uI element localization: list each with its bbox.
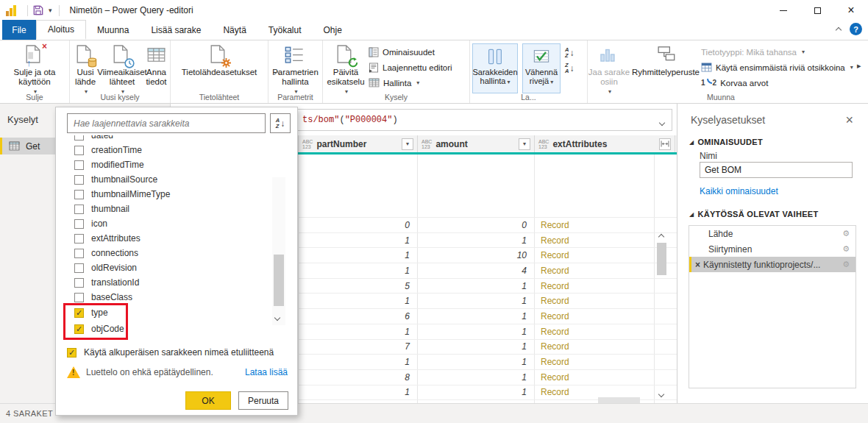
expand-column-option-modifiedtime[interactable]: modifiedTime (74, 157, 271, 172)
tab-muunna[interactable]: Muunna (86, 20, 140, 40)
table-cell[interactable]: Record (535, 263, 655, 278)
table-cell[interactable]: 1 (418, 340, 535, 355)
table-cell[interactable]: 1 (418, 385, 535, 400)
gear-icon[interactable] (842, 229, 850, 238)
refresh-preview-button[interactable]: Päivitä esikatselu (323, 43, 369, 96)
table-cell[interactable]: 5 (299, 279, 418, 294)
table-cell[interactable]: 10 (418, 248, 535, 263)
checkbox[interactable] (74, 263, 84, 273)
expand-column-option-thumbnailmimetype[interactable]: thumbnailMimeType (74, 187, 271, 202)
sort-za-icon[interactable]: ZA↓ (565, 63, 574, 74)
expand-column-option-translationid[interactable]: translationId (74, 275, 271, 290)
sort-az-icon[interactable]: AZ↓ (565, 47, 574, 58)
table-cell[interactable]: Record (535, 355, 655, 369)
filter-dropdown-icon[interactable] (402, 138, 413, 150)
checkbox[interactable] (74, 249, 84, 258)
column-header-amount[interactable]: ABC123 amount (418, 135, 535, 152)
title-dropdown-icon[interactable] (49, 7, 52, 14)
prefix-option-row[interactable]: Käytä alkuperäisen sarakkeen nimeä etuli… (67, 347, 274, 358)
table-cell[interactable]: 4 (418, 263, 535, 278)
expand-column-option-objcode[interactable]: objCode (74, 321, 271, 337)
expand-column-option-icon[interactable]: icon (74, 216, 271, 231)
popup-scrollbar[interactable] (272, 177, 285, 325)
expand-column-option-extattributes[interactable]: extAttributes (74, 231, 271, 246)
data-source-settings-button[interactable]: Tietolähdeasetukset (172, 43, 266, 77)
expand-column-option-thumbnail[interactable]: thumbnail (74, 202, 271, 216)
checkbox[interactable] (74, 205, 84, 214)
table-cell[interactable]: 1 (299, 324, 418, 339)
table-cell[interactable]: Record (535, 294, 655, 308)
checkbox[interactable] (74, 308, 84, 318)
ok-button[interactable]: OK (185, 391, 231, 410)
checkbox[interactable] (74, 278, 84, 288)
group-by-button[interactable]: Ryhmittelyperuste (630, 43, 701, 77)
checkbox[interactable] (74, 219, 84, 229)
collapse-section-icon[interactable] (689, 211, 694, 218)
close-and-apply-button[interactable]: Sulje ja ota käyttöön (3, 43, 66, 96)
scrollbar-thumb[interactable] (274, 255, 284, 306)
checkbox[interactable] (74, 324, 84, 334)
applied-steps-heading[interactable]: KÄYTÖSSÄ OLEVAT VAIHEET (689, 210, 818, 218)
expand-column-option-connections[interactable]: connections (74, 246, 271, 260)
collapse-ribbon-icon[interactable] (836, 24, 841, 35)
expand-column-option-type[interactable]: type (74, 305, 271, 321)
table-cell[interactable]: Record (535, 279, 655, 294)
data-type-button[interactable]: Tietotyyppi: Mikä tahansa (701, 46, 848, 58)
table-cell[interactable]: Record (535, 233, 655, 248)
table-vertical-scrollbar[interactable] (655, 230, 669, 397)
tab-ohje[interactable]: Ohje (313, 20, 353, 40)
delete-step-icon[interactable] (695, 260, 700, 270)
applied-step[interactable]: Käynnistetty funktioprojects/... (689, 257, 855, 272)
save-icon[interactable] (33, 5, 43, 15)
applied-step[interactable]: Siirtyminen (689, 241, 855, 257)
table-cell[interactable]: Record (535, 248, 655, 263)
table-cell[interactable]: 7 (299, 340, 418, 355)
split-column-button[interactable]: Jaa sarake osiin (588, 43, 630, 96)
ribbon-overflow-icon[interactable]: ▸ (854, 40, 863, 103)
checkbox[interactable] (74, 190, 84, 199)
checkbox[interactable] (74, 160, 84, 170)
table-cell[interactable]: 1 (418, 355, 535, 369)
table-cell[interactable]: 1 (299, 233, 418, 248)
gear-icon[interactable] (842, 260, 850, 269)
table-cell[interactable]: 6 (299, 309, 418, 324)
tab-n-yt-[interactable]: Näytä (212, 20, 257, 40)
table-cell[interactable]: Record (535, 370, 655, 385)
reduce-rows-button[interactable]: Vähennä rivejä (522, 43, 561, 93)
tab-aloitus[interactable]: Aloitus (36, 20, 86, 40)
horizontal-scrollbar-thumb[interactable] (598, 397, 640, 403)
table-cell[interactable]: 1 (418, 294, 535, 308)
replace-values-button[interactable]: 12 Korvaa arvot (701, 77, 848, 89)
table-cell[interactable]: 1 (418, 279, 535, 294)
applied-step[interactable]: Lähde (689, 226, 855, 241)
properties-heading[interactable]: OMINAISUUDET (689, 138, 763, 146)
formula-dropdown-icon[interactable] (660, 118, 664, 128)
table-cell[interactable]: 1 (418, 309, 535, 324)
table-cell[interactable]: 1 (299, 248, 418, 263)
close-pane-icon[interactable] (845, 113, 853, 128)
search-sort-icon[interactable]: AZ↓ (270, 113, 291, 133)
manage-columns-button[interactable]: Sarakkeiden hallinta (472, 43, 518, 93)
gear-icon[interactable] (842, 244, 850, 254)
checkbox[interactable] (74, 234, 84, 244)
filter-dropdown-icon[interactable] (519, 138, 530, 150)
tab-lis-sarake[interactable]: Lisää sarake (140, 20, 212, 40)
enter-data-button[interactable]: Anna tiedot (143, 43, 169, 87)
table-cell[interactable]: 1 (418, 370, 535, 385)
load-more-link[interactable]: Lataa lisää (245, 367, 288, 377)
close-icon[interactable] (834, 0, 868, 21)
scroll-up-icon[interactable] (658, 231, 665, 238)
checkbox[interactable] (67, 348, 77, 358)
abc123-type-icon[interactable]: ABC123 (302, 139, 313, 149)
expand-column-option-thumbnailsource[interactable]: thumbnailSource (74, 172, 271, 187)
checkbox[interactable] (74, 135, 84, 141)
properties-button[interactable]: Ominaisuudet (369, 46, 452, 58)
column-header-partnumber[interactable]: ABC123 partNumber (299, 135, 418, 152)
search-input[interactable] (67, 113, 266, 133)
query-name-input[interactable] (700, 162, 853, 178)
table-cell[interactable]: 0 (418, 218, 535, 232)
checkbox[interactable] (74, 293, 84, 302)
table-cell[interactable]: 0 (299, 218, 418, 232)
column-header-extattributes[interactable]: ABC123 extAttributes (535, 135, 675, 152)
table-cell[interactable]: 1 (418, 233, 535, 248)
